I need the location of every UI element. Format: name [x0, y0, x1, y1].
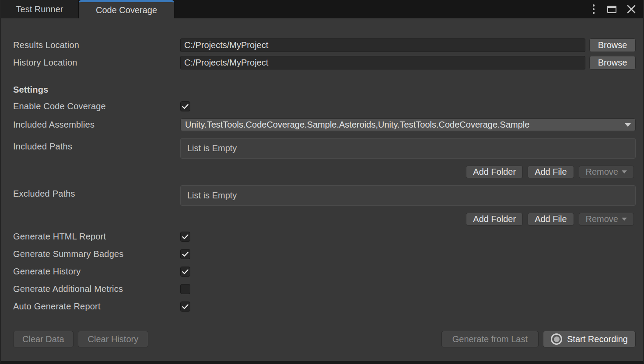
- start-recording-label: Start Recording: [567, 334, 628, 344]
- clear-history-button[interactable]: Clear History: [78, 331, 149, 347]
- history-location-input[interactable]: [180, 56, 585, 69]
- excluded-paths-add-file-button[interactable]: Add File: [528, 213, 574, 225]
- generate-summary-badges-checkbox[interactable]: [180, 249, 190, 259]
- included-paths-remove-button[interactable]: Remove: [579, 166, 634, 178]
- tab-test-runner[interactable]: Test Runner: [1, 0, 79, 18]
- check-icon: [182, 252, 189, 257]
- remove-button-label: Remove: [586, 167, 618, 177]
- check-icon: [182, 269, 189, 274]
- auto-generate-report-row: Auto Generate Report: [13, 302, 636, 312]
- enable-code-coverage-checkbox[interactable]: [180, 101, 190, 111]
- results-location-label: Results Location: [13, 40, 180, 50]
- generate-additional-metrics-checkbox[interactable]: [180, 284, 190, 294]
- remove-button-label: Remove: [586, 214, 618, 224]
- code-coverage-window: Test Runner Code Coverage Results Locati…: [0, 0, 644, 364]
- tabbar-spacer: [174, 0, 590, 18]
- included-assemblies-dropdown[interactable]: Unity.TestTools.CodeCoverage.Sample.Aste…: [180, 118, 636, 131]
- results-location-input[interactable]: [180, 38, 585, 52]
- generate-history-label: Generate History: [13, 267, 180, 277]
- included-paths-row: Included Paths List is Empty: [13, 138, 636, 159]
- tab-test-runner-label: Test Runner: [16, 4, 63, 14]
- kebab-menu-icon[interactable]: [590, 3, 598, 16]
- window-controls: [590, 0, 644, 18]
- generate-history-checkbox[interactable]: [180, 267, 190, 277]
- footer-right-group: Generate from Last Start Recording: [441, 331, 636, 347]
- history-location-row: History Location Browse: [13, 56, 636, 69]
- tab-bar: Test Runner Code Coverage: [1, 0, 643, 18]
- generate-html-report-label: Generate HTML Report: [13, 232, 180, 242]
- generate-summary-badges-row: Generate Summary Badges: [13, 249, 636, 259]
- excluded-paths-list[interactable]: List is Empty: [180, 185, 636, 206]
- excluded-paths-buttons: Add Folder Add File Remove: [13, 213, 636, 225]
- generate-html-report-checkbox[interactable]: [180, 232, 190, 242]
- excluded-paths-empty-text: List is Empty: [187, 191, 237, 201]
- check-icon: [182, 104, 189, 109]
- excluded-paths-row: Excluded Paths List is Empty: [13, 185, 636, 206]
- chevron-down-icon: [625, 123, 631, 127]
- settings-header: Settings: [13, 85, 49, 95]
- generate-additional-metrics-label: Generate Additional Metrics: [13, 284, 180, 294]
- included-assemblies-value: Unity.TestTools.CodeCoverage.Sample.Aste…: [185, 120, 622, 130]
- tab-code-coverage[interactable]: Code Coverage: [79, 0, 174, 18]
- chevron-down-icon: [622, 170, 627, 173]
- check-icon: [182, 304, 189, 309]
- check-icon: [182, 234, 189, 239]
- settings-header-row: Settings: [13, 85, 636, 95]
- included-paths-buttons: Add Folder Add File Remove: [13, 166, 636, 178]
- excluded-paths-remove-button[interactable]: Remove: [579, 213, 634, 225]
- tab-code-coverage-label: Code Coverage: [96, 5, 157, 15]
- code-coverage-panel: Results Location Browse History Location…: [1, 18, 643, 361]
- results-location-browse-button[interactable]: Browse: [589, 38, 636, 52]
- excluded-paths-label: Excluded Paths: [13, 185, 180, 199]
- generate-html-report-row: Generate HTML Report: [13, 232, 636, 242]
- included-paths-list[interactable]: List is Empty: [180, 138, 636, 159]
- excluded-paths-add-folder-button[interactable]: Add Folder: [466, 213, 523, 225]
- auto-generate-report-label: Auto Generate Report: [13, 302, 180, 312]
- generate-additional-metrics-row: Generate Additional Metrics: [13, 284, 636, 294]
- maximize-icon[interactable]: [607, 6, 616, 13]
- history-location-label: History Location: [13, 58, 180, 68]
- history-location-browse-button[interactable]: Browse: [589, 56, 636, 69]
- generate-from-last-button[interactable]: Generate from Last: [441, 331, 539, 347]
- record-icon: [551, 333, 562, 345]
- close-icon[interactable]: [626, 4, 636, 14]
- included-paths-empty-text: List is Empty: [187, 143, 237, 153]
- results-location-row: Results Location Browse: [13, 38, 636, 52]
- included-assemblies-row: Included Assemblies Unity.TestTools.Code…: [13, 118, 636, 131]
- enable-code-coverage-row: Enable Code Coverage: [13, 101, 636, 111]
- auto-generate-report-checkbox[interactable]: [180, 302, 190, 312]
- footer-toolbar: Clear Data Clear History Generate from L…: [13, 331, 636, 347]
- included-paths-label: Included Paths: [13, 138, 180, 152]
- enable-code-coverage-label: Enable Code Coverage: [13, 101, 180, 111]
- included-paths-add-file-button[interactable]: Add File: [528, 166, 574, 178]
- start-recording-button[interactable]: Start Recording: [543, 331, 636, 347]
- included-assemblies-label: Included Assemblies: [13, 120, 180, 130]
- generate-summary-badges-label: Generate Summary Badges: [13, 249, 180, 259]
- clear-data-button[interactable]: Clear Data: [13, 331, 74, 347]
- included-paths-add-folder-button[interactable]: Add Folder: [466, 166, 523, 178]
- chevron-down-icon: [622, 218, 627, 221]
- generate-history-row: Generate History: [13, 267, 636, 277]
